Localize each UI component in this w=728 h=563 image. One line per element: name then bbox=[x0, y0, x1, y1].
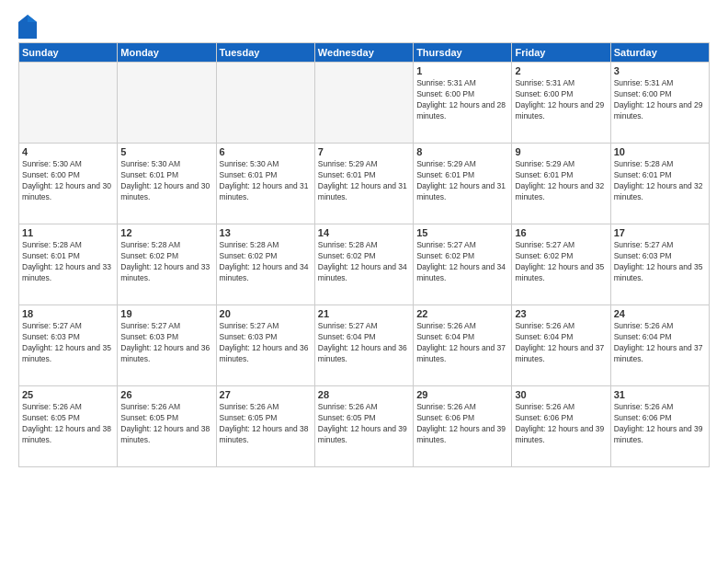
day-number: 25 bbox=[22, 389, 114, 400]
day-info: Sunrise: 5:29 AMSunset: 6:01 PMDaylight:… bbox=[318, 159, 410, 203]
calendar-cell: 22Sunrise: 5:26 AMSunset: 6:04 PMDayligh… bbox=[414, 305, 512, 386]
calendar-cell: 17Sunrise: 5:27 AMSunset: 6:03 PMDayligh… bbox=[610, 224, 709, 305]
calendar-cell: 4Sunrise: 5:30 AMSunset: 6:00 PMDaylight… bbox=[19, 144, 118, 224]
calendar-cell: 9Sunrise: 5:29 AMSunset: 6:01 PMDaylight… bbox=[512, 144, 610, 224]
calendar-week-row: 18Sunrise: 5:27 AMSunset: 6:03 PMDayligh… bbox=[19, 305, 710, 386]
page: SundayMondayTuesdayWednesdayThursdayFrid… bbox=[0, 0, 728, 563]
day-number: 3 bbox=[614, 65, 706, 76]
day-info: Sunrise: 5:26 AMSunset: 6:04 PMDaylight:… bbox=[614, 321, 706, 365]
day-number: 14 bbox=[318, 227, 410, 238]
day-info: Sunrise: 5:28 AMSunset: 6:01 PMDaylight:… bbox=[614, 159, 706, 203]
day-number: 27 bbox=[220, 389, 312, 400]
calendar-cell bbox=[314, 63, 413, 144]
calendar-cell: 2Sunrise: 5:31 AMSunset: 6:00 PMDaylight… bbox=[512, 63, 610, 144]
calendar-week-row: 1Sunrise: 5:31 AMSunset: 6:00 PMDaylight… bbox=[19, 63, 710, 144]
day-number: 31 bbox=[614, 389, 706, 400]
weekday-header: Sunday bbox=[19, 43, 118, 63]
day-info: Sunrise: 5:28 AMSunset: 6:02 PMDaylight:… bbox=[318, 240, 410, 284]
day-number: 29 bbox=[416, 389, 508, 400]
calendar-cell: 7Sunrise: 5:29 AMSunset: 6:01 PMDaylight… bbox=[314, 144, 413, 224]
day-number: 23 bbox=[515, 308, 607, 319]
day-info: Sunrise: 5:28 AMSunset: 6:02 PMDaylight:… bbox=[220, 240, 312, 284]
calendar-cell bbox=[19, 63, 118, 144]
day-number: 21 bbox=[318, 308, 410, 319]
calendar-week-row: 11Sunrise: 5:28 AMSunset: 6:01 PMDayligh… bbox=[19, 224, 710, 305]
calendar-cell: 30Sunrise: 5:26 AMSunset: 6:06 PMDayligh… bbox=[512, 386, 610, 467]
day-info: Sunrise: 5:27 AMSunset: 6:03 PMDaylight:… bbox=[22, 321, 114, 365]
day-info: Sunrise: 5:26 AMSunset: 6:05 PMDaylight:… bbox=[220, 402, 312, 446]
day-info: Sunrise: 5:27 AMSunset: 6:02 PMDaylight:… bbox=[416, 240, 508, 284]
weekday-header: Tuesday bbox=[216, 43, 314, 63]
day-number: 6 bbox=[220, 146, 312, 157]
svg-marker-1 bbox=[28, 15, 37, 22]
day-number: 17 bbox=[614, 227, 706, 238]
day-info: Sunrise: 5:27 AMSunset: 6:04 PMDaylight:… bbox=[318, 321, 410, 365]
calendar-cell: 13Sunrise: 5:28 AMSunset: 6:02 PMDayligh… bbox=[216, 224, 314, 305]
weekday-header-row: SundayMondayTuesdayWednesdayThursdayFrid… bbox=[19, 43, 710, 63]
day-number: 5 bbox=[120, 146, 212, 157]
calendar-cell: 15Sunrise: 5:27 AMSunset: 6:02 PMDayligh… bbox=[414, 224, 512, 305]
day-number: 20 bbox=[220, 308, 312, 319]
day-number: 30 bbox=[515, 389, 607, 400]
weekday-header: Wednesday bbox=[314, 43, 413, 63]
calendar-cell: 16Sunrise: 5:27 AMSunset: 6:02 PMDayligh… bbox=[512, 224, 610, 305]
calendar-week-row: 25Sunrise: 5:26 AMSunset: 6:05 PMDayligh… bbox=[19, 386, 710, 467]
calendar-cell: 12Sunrise: 5:28 AMSunset: 6:02 PMDayligh… bbox=[118, 224, 216, 305]
day-info: Sunrise: 5:26 AMSunset: 6:05 PMDaylight:… bbox=[22, 402, 114, 446]
calendar: SundayMondayTuesdayWednesdayThursdayFrid… bbox=[18, 42, 710, 467]
day-number: 7 bbox=[318, 146, 410, 157]
calendar-cell: 18Sunrise: 5:27 AMSunset: 6:03 PMDayligh… bbox=[19, 305, 118, 386]
day-info: Sunrise: 5:27 AMSunset: 6:03 PMDaylight:… bbox=[614, 240, 706, 284]
calendar-cell: 23Sunrise: 5:26 AMSunset: 6:04 PMDayligh… bbox=[512, 305, 610, 386]
day-number: 15 bbox=[416, 227, 508, 238]
day-info: Sunrise: 5:30 AMSunset: 6:01 PMDaylight:… bbox=[120, 159, 212, 203]
calendar-cell: 6Sunrise: 5:30 AMSunset: 6:01 PMDaylight… bbox=[216, 144, 314, 224]
day-info: Sunrise: 5:28 AMSunset: 6:02 PMDaylight:… bbox=[120, 240, 212, 284]
weekday-header: Thursday bbox=[414, 43, 512, 63]
logo bbox=[18, 15, 39, 35]
weekday-header: Saturday bbox=[610, 43, 709, 63]
day-number: 18 bbox=[22, 308, 114, 319]
day-info: Sunrise: 5:31 AMSunset: 6:00 PMDaylight:… bbox=[614, 78, 706, 122]
day-info: Sunrise: 5:26 AMSunset: 6:05 PMDaylight:… bbox=[120, 402, 212, 446]
weekday-header: Monday bbox=[118, 43, 216, 63]
day-number: 12 bbox=[120, 227, 212, 238]
calendar-cell: 3Sunrise: 5:31 AMSunset: 6:00 PMDaylight… bbox=[610, 63, 709, 144]
day-info: Sunrise: 5:31 AMSunset: 6:00 PMDaylight:… bbox=[515, 78, 607, 122]
calendar-cell: 11Sunrise: 5:28 AMSunset: 6:01 PMDayligh… bbox=[19, 224, 118, 305]
weekday-header: Friday bbox=[512, 43, 610, 63]
day-info: Sunrise: 5:26 AMSunset: 6:06 PMDaylight:… bbox=[515, 402, 607, 446]
day-number: 8 bbox=[416, 146, 508, 157]
calendar-cell: 29Sunrise: 5:26 AMSunset: 6:06 PMDayligh… bbox=[414, 386, 512, 467]
calendar-cell: 5Sunrise: 5:30 AMSunset: 6:01 PMDaylight… bbox=[118, 144, 216, 224]
day-number: 10 bbox=[614, 146, 706, 157]
day-info: Sunrise: 5:27 AMSunset: 6:02 PMDaylight:… bbox=[515, 240, 607, 284]
calendar-cell: 20Sunrise: 5:27 AMSunset: 6:03 PMDayligh… bbox=[216, 305, 314, 386]
day-number: 24 bbox=[614, 308, 706, 319]
day-number: 1 bbox=[416, 65, 508, 76]
calendar-cell: 26Sunrise: 5:26 AMSunset: 6:05 PMDayligh… bbox=[118, 386, 216, 467]
day-info: Sunrise: 5:31 AMSunset: 6:00 PMDaylight:… bbox=[416, 78, 508, 122]
calendar-cell: 8Sunrise: 5:29 AMSunset: 6:01 PMDaylight… bbox=[414, 144, 512, 224]
day-info: Sunrise: 5:26 AMSunset: 6:05 PMDaylight:… bbox=[318, 402, 410, 446]
day-info: Sunrise: 5:29 AMSunset: 6:01 PMDaylight:… bbox=[416, 159, 508, 203]
day-info: Sunrise: 5:26 AMSunset: 6:06 PMDaylight:… bbox=[416, 402, 508, 446]
day-number: 2 bbox=[515, 65, 607, 76]
day-info: Sunrise: 5:27 AMSunset: 6:03 PMDaylight:… bbox=[220, 321, 312, 365]
calendar-cell bbox=[118, 63, 216, 144]
day-info: Sunrise: 5:30 AMSunset: 6:01 PMDaylight:… bbox=[220, 159, 312, 203]
day-number: 26 bbox=[120, 389, 212, 400]
logo-icon bbox=[18, 15, 35, 35]
day-info: Sunrise: 5:26 AMSunset: 6:04 PMDaylight:… bbox=[515, 321, 607, 365]
day-number: 13 bbox=[220, 227, 312, 238]
calendar-cell: 21Sunrise: 5:27 AMSunset: 6:04 PMDayligh… bbox=[314, 305, 413, 386]
header bbox=[18, 15, 710, 35]
calendar-week-row: 4Sunrise: 5:30 AMSunset: 6:00 PMDaylight… bbox=[19, 144, 710, 224]
calendar-cell: 27Sunrise: 5:26 AMSunset: 6:05 PMDayligh… bbox=[216, 386, 314, 467]
day-number: 22 bbox=[416, 308, 508, 319]
day-info: Sunrise: 5:29 AMSunset: 6:01 PMDaylight:… bbox=[515, 159, 607, 203]
day-number: 4 bbox=[22, 146, 114, 157]
day-number: 9 bbox=[515, 146, 607, 157]
day-info: Sunrise: 5:28 AMSunset: 6:01 PMDaylight:… bbox=[22, 240, 114, 284]
calendar-cell bbox=[216, 63, 314, 144]
